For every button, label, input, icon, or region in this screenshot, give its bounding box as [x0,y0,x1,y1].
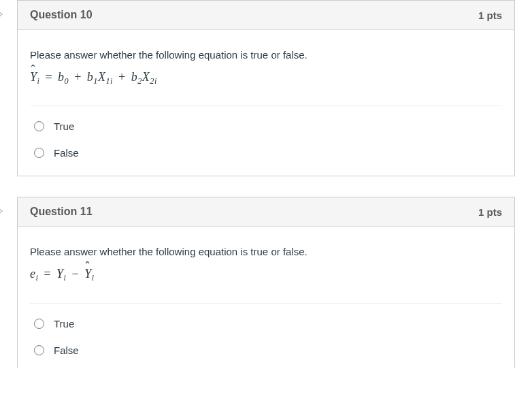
nav-arrow-icon[interactable] [0,204,7,218]
option-label: False [54,344,79,356]
option-true[interactable]: True [30,310,502,337]
nav-arrow-icon[interactable] [0,7,7,21]
option-true[interactable]: True [30,113,502,140]
question-header: Question 10 1 pts [18,1,514,30]
equation: ei = Yi − Yi [30,267,502,283]
options-group: True False [30,303,502,368]
question-card-10: Question 10 1 pts Please answer whether … [17,0,515,176]
question-header: Question 11 1 pts [18,197,514,227]
radio-false[interactable] [34,148,44,158]
question-body: Please answer whether the following equa… [18,227,514,367]
question-points: 1 pts [478,10,502,21]
radio-false[interactable] [34,345,44,355]
option-false[interactable]: False [30,140,502,166]
question-title: Question 10 [30,9,93,21]
option-label: True [54,318,74,330]
option-false[interactable]: False [30,337,502,364]
options-group: True False [30,106,502,176]
question-card-11: Question 11 1 pts Please answer whether … [17,197,515,367]
option-label: False [54,147,79,159]
prompt-text: Please answer whether the following equa… [30,246,502,257]
question-title: Question 11 [30,206,93,218]
radio-true[interactable] [34,319,44,329]
radio-true[interactable] [34,121,44,131]
question-points: 1 pts [478,206,502,218]
option-label: True [54,121,74,132]
equation: Yi = b0 + b1X1i + b2X2i [30,70,502,86]
prompt-text: Please answer whether the following equa… [30,49,502,61]
question-body: Please answer whether the following equa… [18,30,514,176]
